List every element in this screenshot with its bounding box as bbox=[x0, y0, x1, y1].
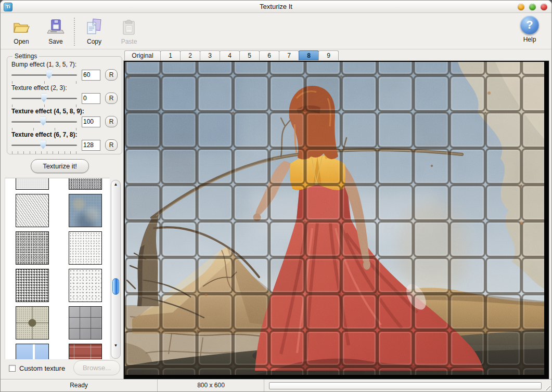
tab-9[interactable]: 9 bbox=[318, 50, 339, 61]
slider-track[interactable] bbox=[11, 121, 77, 123]
slider-thumb[interactable] bbox=[40, 140, 46, 149]
tab-8[interactable]: 8 bbox=[299, 50, 319, 61]
slider-value-input[interactable] bbox=[82, 70, 100, 81]
slider-row: Texture effect (6, 7, 8):R bbox=[11, 131, 118, 154]
slider-track[interactable] bbox=[11, 74, 77, 76]
help-icon: ? bbox=[520, 16, 539, 34]
slider-ticks bbox=[11, 151, 77, 154]
resize-grip[interactable] bbox=[543, 383, 550, 390]
save-floppy-icon bbox=[46, 18, 65, 37]
app-window: Ti Texturize It Open Save bbox=[0, 0, 552, 392]
slider-label: Texture effect (4, 5, 8, 9): bbox=[11, 108, 118, 115]
window-title: Texturize It bbox=[1, 3, 551, 10]
slider-ticks bbox=[11, 104, 77, 107]
browse-button: Browse... bbox=[73, 360, 120, 375]
maximize-button[interactable] bbox=[529, 4, 536, 10]
paste-button: Paste bbox=[114, 17, 144, 47]
status-text: Ready bbox=[1, 380, 158, 391]
slider-thumb[interactable] bbox=[40, 117, 46, 126]
help-label: Help bbox=[517, 36, 542, 43]
texture-swatch-crackle-white[interactable] bbox=[69, 269, 102, 302]
reset-button[interactable]: R bbox=[105, 139, 118, 151]
texturize-button[interactable]: Texturize it! bbox=[31, 159, 89, 173]
slider-row: Bump effect (1, 3, 5, 7):R bbox=[11, 61, 118, 84]
open-label: Open bbox=[7, 38, 36, 45]
custom-texture-checkbox[interactable] bbox=[9, 365, 16, 372]
title-bar[interactable]: Ti Texturize It bbox=[1, 1, 551, 13]
texture-swatch-paper-light[interactable] bbox=[16, 178, 49, 190]
slider-track[interactable] bbox=[11, 98, 77, 99]
open-button[interactable]: Open bbox=[7, 17, 36, 47]
image-size-text: 800 x 600 bbox=[158, 380, 264, 391]
tab-original[interactable]: Original bbox=[124, 50, 161, 61]
toolbar: Open Save Copy bbox=[1, 14, 551, 49]
help-button[interactable]: ? Help bbox=[517, 16, 542, 43]
save-label: Save bbox=[41, 38, 70, 45]
tab-2[interactable]: 2 bbox=[180, 50, 200, 61]
texture-swatch-stucco-rough[interactable] bbox=[16, 269, 49, 302]
slider-value-input[interactable] bbox=[82, 140, 100, 151]
tab-3[interactable]: 3 bbox=[200, 50, 220, 61]
slider-thumb[interactable] bbox=[46, 70, 52, 79]
save-button[interactable]: Save bbox=[41, 17, 70, 47]
scroll-up-arrow-icon[interactable]: ▲ bbox=[111, 181, 120, 188]
progress-bar bbox=[269, 382, 542, 389]
custom-texture-row: Custom texture Browse... bbox=[6, 360, 122, 379]
slider-thumb[interactable] bbox=[41, 94, 47, 102]
copy-label: Copy bbox=[80, 38, 109, 45]
tab-1[interactable]: 1 bbox=[160, 50, 181, 61]
texture-swatch-stone-tiles[interactable] bbox=[69, 306, 102, 339]
status-bar: Ready 800 x 600 bbox=[1, 379, 551, 391]
slider-label: Bump effect (1, 3, 5, 7): bbox=[11, 61, 118, 68]
scrollbar-thumb[interactable] bbox=[112, 278, 119, 295]
settings-group-title: Settings bbox=[12, 53, 39, 60]
slider-value-input[interactable] bbox=[82, 116, 100, 127]
close-button[interactable] bbox=[541, 4, 547, 10]
tab-6[interactable]: 6 bbox=[259, 50, 279, 61]
texture-swatch-brick-red[interactable] bbox=[69, 344, 102, 359]
texture-swatch-brushed-metal[interactable] bbox=[16, 194, 49, 227]
toolbar-separator bbox=[74, 18, 75, 46]
slider-track[interactable] bbox=[11, 145, 77, 146]
preview-image[interactable] bbox=[123, 60, 549, 380]
reset-button[interactable]: R bbox=[105, 116, 118, 127]
texture-swatch-speckle-dark[interactable] bbox=[16, 231, 49, 265]
texture-swatch-fabric-blue[interactable] bbox=[69, 194, 102, 227]
copy-documents-icon bbox=[85, 18, 104, 37]
slider-row: Texture effect (2, 3):R bbox=[11, 84, 118, 107]
tab-4[interactable]: 4 bbox=[220, 50, 240, 61]
texture-list-scrollbar[interactable]: ▲ ▼ bbox=[111, 180, 121, 359]
custom-texture-label: Custom texture bbox=[19, 364, 65, 372]
slider-label: Texture effect (6, 7, 8): bbox=[11, 131, 118, 138]
reset-button[interactable]: R bbox=[105, 69, 118, 81]
slider-label: Texture effect (2, 3): bbox=[11, 84, 118, 92]
texture-swatch-speckle-light[interactable] bbox=[69, 231, 102, 265]
paste-label: Paste bbox=[114, 38, 144, 45]
settings-group: Settings Bump effect (1, 3, 5, 7):RTextu… bbox=[7, 53, 122, 154]
open-folder-icon bbox=[12, 18, 31, 37]
textured-photo bbox=[125, 62, 544, 375]
preview-tab-bar: Original123456789 bbox=[124, 50, 338, 61]
scroll-down-arrow-icon[interactable]: ▼ bbox=[111, 343, 120, 349]
texture-swatch-glass-blue[interactable] bbox=[16, 344, 49, 359]
tab-5[interactable]: 5 bbox=[239, 50, 260, 61]
paste-clipboard-icon bbox=[120, 18, 138, 37]
texture-swatch-noise-gray[interactable] bbox=[69, 178, 102, 190]
tab-7[interactable]: 7 bbox=[279, 50, 299, 61]
slider-value-input[interactable] bbox=[82, 93, 100, 104]
copy-button[interactable]: Copy bbox=[80, 17, 109, 47]
slider-row: Texture effect (4, 5, 8, 9):R bbox=[11, 108, 118, 130]
slider-ticks bbox=[11, 127, 77, 130]
texture-list[interactable] bbox=[5, 178, 110, 359]
slider-ticks bbox=[11, 81, 77, 84]
reset-button[interactable]: R bbox=[105, 93, 118, 104]
texture-swatch-tile-diamond[interactable] bbox=[16, 306, 49, 339]
minimize-button[interactable] bbox=[518, 4, 524, 10]
